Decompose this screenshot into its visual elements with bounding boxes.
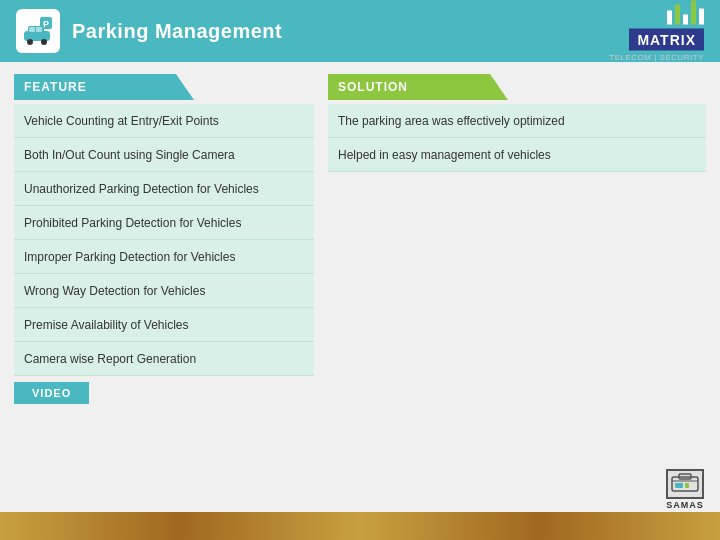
svg-point-5	[41, 39, 47, 45]
svg-rect-6	[29, 27, 35, 32]
feature-item-6[interactable]: Wrong Way Detection for Vehicles	[14, 274, 314, 308]
solution-item-1: The parking area was effectively optimiz…	[328, 104, 706, 138]
feature-column: FEATURE Vehicle Counting at Entry/Exit P…	[14, 74, 314, 500]
svg-rect-11	[675, 483, 683, 488]
svg-rect-12	[685, 483, 689, 488]
samas-badge: SAMAS	[666, 469, 704, 510]
feature-item-5[interactable]: Improper Parking Detection for Vehicles	[14, 240, 314, 274]
feature-item-2[interactable]: Both In/Out Count using Single Camera	[14, 138, 314, 172]
svg-rect-7	[36, 27, 42, 32]
video-button[interactable]: VIDEO	[14, 382, 89, 404]
feature-item-1[interactable]: Vehicle Counting at Entry/Exit Points	[14, 104, 314, 138]
decorative-lines	[578, 10, 590, 55]
samas-icon	[666, 469, 704, 499]
solution-item-2: Helped in easy management of vehicles	[328, 138, 706, 172]
feature-item-8[interactable]: Camera wise Report Generation	[14, 342, 314, 376]
feature-item-4[interactable]: Prohibited Parking Detection for Vehicle…	[14, 206, 314, 240]
header: P Parking Management MATRIX TELECOM	[0, 0, 720, 62]
car-icon: P	[16, 9, 60, 53]
feature-header: FEATURE	[14, 74, 194, 100]
samas-label: SAMAS	[666, 500, 704, 510]
feature-item-3[interactable]: Unauthorized Parking Detection for Vehic…	[14, 172, 314, 206]
solution-column: SOLUTION The parking area was effectivel…	[328, 74, 706, 500]
bottom-bar	[0, 512, 720, 540]
logo-text: MATRIX	[637, 32, 696, 48]
solution-header: SOLUTION	[328, 74, 508, 100]
feature-item-7[interactable]: Premise Availability of Vehicles	[14, 308, 314, 342]
main-content: FEATURE Vehicle Counting at Entry/Exit P…	[0, 62, 720, 512]
logo-subtext: TELECOM | SECURITY	[609, 53, 704, 62]
svg-point-4	[27, 39, 33, 45]
page-title: Parking Management	[72, 20, 282, 43]
matrix-logo: MATRIX TELECOM | SECURITY	[609, 1, 704, 62]
